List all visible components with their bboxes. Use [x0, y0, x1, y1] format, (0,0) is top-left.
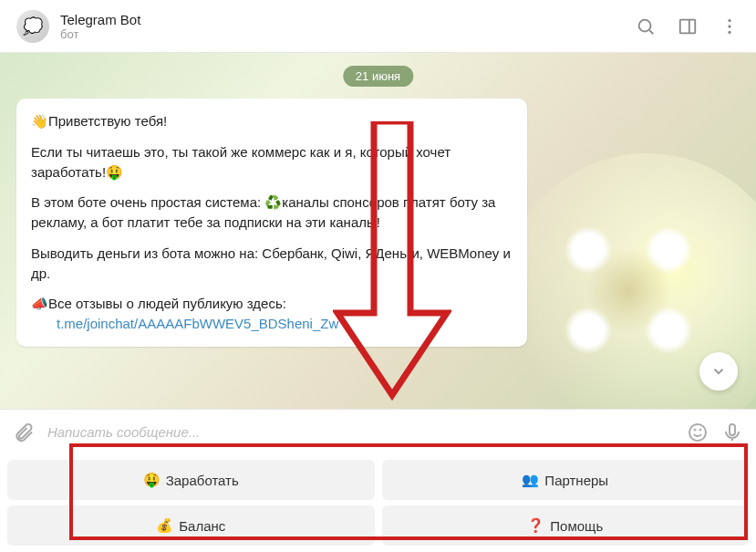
chat-subtitle: бот [60, 27, 636, 41]
svg-line-1 [649, 30, 653, 34]
svg-point-8 [695, 429, 696, 430]
kb-label: Помощь [550, 518, 603, 534]
kb-label: Заработать [166, 473, 239, 488]
keyboard-row-1: 🤑 Заработать 👥 Партнеры [7, 460, 749, 500]
moneybag-icon: 💰 [156, 517, 173, 534]
kb-label: Партнеры [544, 473, 608, 488]
svg-point-6 [728, 30, 730, 33]
emoji-icon[interactable] [687, 422, 709, 443]
svg-rect-2 [680, 19, 696, 33]
attach-icon[interactable] [13, 422, 35, 443]
svg-point-0 [639, 19, 651, 31]
scroll-down-button[interactable] [699, 352, 738, 391]
keyboard-row-2: 💰 Баланс ❓ Помощь [7, 505, 749, 546]
svg-point-7 [689, 424, 706, 441]
sidebar-toggle-icon[interactable] [678, 16, 698, 36]
msg-p2: Если ты читаешь это, ты такой же коммерс… [31, 142, 513, 182]
more-menu-icon[interactable] [720, 16, 740, 36]
svg-point-4 [728, 18, 730, 21]
header-actions [636, 16, 740, 36]
bot-message[interactable]: 👋Приветствую тебя! Если ты читаешь это, … [16, 99, 527, 347]
message-input-bar [0, 409, 756, 454]
header-titles[interactable]: Telegram Bot бот [60, 12, 636, 41]
people-icon: 👥 [522, 472, 539, 488]
kb-label: Баланс [179, 518, 225, 534]
voice-icon[interactable] [721, 422, 743, 443]
search-icon[interactable] [636, 16, 656, 36]
chat-background: 21 июня 👋Приветствую тебя! Если ты читае… [0, 53, 756, 409]
msg-p5: 📣Все отзывы о людей публикую здесь: t.me… [31, 294, 513, 334]
earn-button[interactable]: 🤑 Заработать [7, 460, 375, 500]
balance-button[interactable]: 💰 Баланс [7, 505, 375, 546]
svg-point-9 [700, 429, 701, 430]
chat-title: Telegram Bot [60, 12, 636, 27]
chevron-down-icon [710, 363, 727, 380]
svg-rect-10 [730, 424, 735, 435]
partners-button[interactable]: 👥 Партнеры [382, 460, 750, 500]
msg-greeting: 👋Приветствую тебя! [31, 111, 513, 131]
message-input[interactable] [47, 424, 674, 440]
date-badge: 21 июня [343, 66, 413, 87]
avatar-emoji: 💭 [23, 16, 43, 36]
reply-keyboard: 🤑 Заработать 👥 Партнеры 💰 Баланс ❓ Помощ… [0, 454, 756, 552]
msg-p3: В этом боте очень простая система: ♻️кан… [31, 193, 513, 233]
msg-p4: Выводить деньги из бота можно на: Сберба… [31, 244, 513, 284]
chat-header: 💭 Telegram Bot бот [0, 0, 756, 53]
question-icon: ❓ [527, 517, 544, 534]
money-face-icon: 🤑 [143, 472, 161, 488]
reviews-link[interactable]: t.me/joinchat/AAAAAFbWWEV5_BDSheni_Zw [57, 316, 338, 331]
bot-avatar[interactable]: 💭 [16, 10, 49, 43]
svg-point-5 [728, 25, 730, 27]
help-button[interactable]: ❓ Помощь [382, 505, 750, 546]
